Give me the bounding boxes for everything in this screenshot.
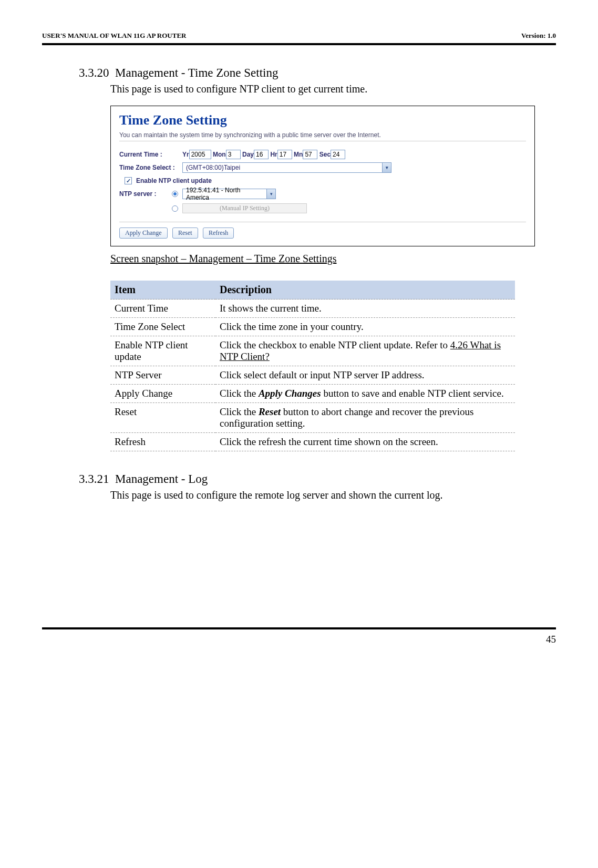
- current-time-label: Current Time :: [119, 151, 182, 158]
- current-time-row: Current Time : Yr Mon Day Hr Mn Sec: [119, 150, 526, 159]
- table-row: Enable NTP client update Click the check…: [110, 336, 515, 366]
- description-table: Item Description Current Time It shows t…: [110, 281, 515, 451]
- mn-label: Mn: [294, 151, 303, 158]
- footer-rule: [42, 627, 556, 629]
- ntp-server-select[interactable]: 192.5.41.41 - North America ▾: [182, 189, 276, 199]
- section-intro-log: This page is used to configure the remot…: [110, 489, 556, 501]
- enable-ntp-checkbox[interactable]: ✓: [125, 177, 132, 184]
- ntp-radio-selected[interactable]: [172, 191, 178, 197]
- section-intro-tz: This page is used to configure NTP clien…: [110, 83, 556, 95]
- mon-label: Mon: [213, 151, 226, 158]
- chevron-down-icon[interactable]: ▾: [382, 162, 391, 173]
- table-row: NTP Server Click select default or input…: [110, 366, 515, 385]
- table-row: Refresh Click the refresh the current ti…: [110, 433, 515, 451]
- reset-button[interactable]: Reset: [172, 228, 198, 239]
- mon-input[interactable]: [226, 150, 241, 159]
- enable-ntp-label: Enable NTP client update: [136, 177, 212, 184]
- section-heading-log: 3.3.21 Management - Log: [79, 472, 556, 486]
- page-number: 45: [42, 634, 556, 645]
- th-item: Item: [110, 281, 215, 299]
- tz-select[interactable]: (GMT+08:00)Taipei ▾: [182, 162, 391, 173]
- table-row: Apply Change Click the Apply Changes but…: [110, 385, 515, 403]
- section-heading-tz: 3.3.20 Management - Time Zone Setting: [79, 66, 556, 80]
- tz-row: Time Zone Select : (GMT+08:00)Taipei ▾: [119, 162, 526, 173]
- sec-input[interactable]: [331, 150, 345, 159]
- button-row: Apply Change Reset Refresh: [119, 222, 526, 239]
- th-desc: Description: [215, 281, 515, 299]
- hr-label: Hr: [270, 151, 277, 158]
- screenshot-desc: You can maintain the system time by sync…: [119, 131, 526, 139]
- mn-input[interactable]: [303, 150, 317, 159]
- header-left: USER'S MANUAL OF WLAN 11G AP ROUTER: [42, 32, 187, 40]
- table-row: Reset Click the Reset button to abort ch…: [110, 403, 515, 433]
- enable-ntp-row: ✓ Enable NTP client update: [125, 177, 526, 184]
- screenshot-caption: Screen snapshot – Management – Time Zone…: [110, 253, 556, 265]
- ntp-radio-manual[interactable]: [172, 205, 178, 212]
- ntp-server-label: NTP server :: [119, 190, 172, 198]
- header-rule: [42, 43, 556, 45]
- screenshot-hr: [119, 141, 526, 141]
- ntp-server-value: 192.5.41.41 - North America: [182, 189, 266, 199]
- yr-input[interactable]: [189, 150, 211, 159]
- tz-label: Time Zone Select :: [119, 164, 182, 171]
- day-input[interactable]: [254, 150, 269, 159]
- screenshot-panel: Time Zone Setting You can maintain the s…: [110, 106, 535, 246]
- apply-change-button[interactable]: Apply Change: [119, 228, 168, 239]
- yr-label: Yr: [182, 151, 189, 158]
- table-row: Time Zone Select Click the time zone in …: [110, 318, 515, 336]
- manual-ip-input[interactable]: (Manual IP Setting): [182, 203, 307, 213]
- refresh-button[interactable]: Refresh: [203, 228, 234, 239]
- hr-input[interactable]: [277, 150, 292, 159]
- screenshot-title: Time Zone Setting: [119, 112, 526, 128]
- sec-label: Sec: [319, 151, 331, 158]
- chevron-down-icon[interactable]: ▾: [266, 189, 276, 199]
- tz-select-value: (GMT+08:00)Taipei: [182, 162, 382, 173]
- day-label: Day: [242, 151, 254, 158]
- table-row: Current Time It shows the current time.: [110, 299, 515, 318]
- header-right: Version: 1.0: [521, 32, 556, 40]
